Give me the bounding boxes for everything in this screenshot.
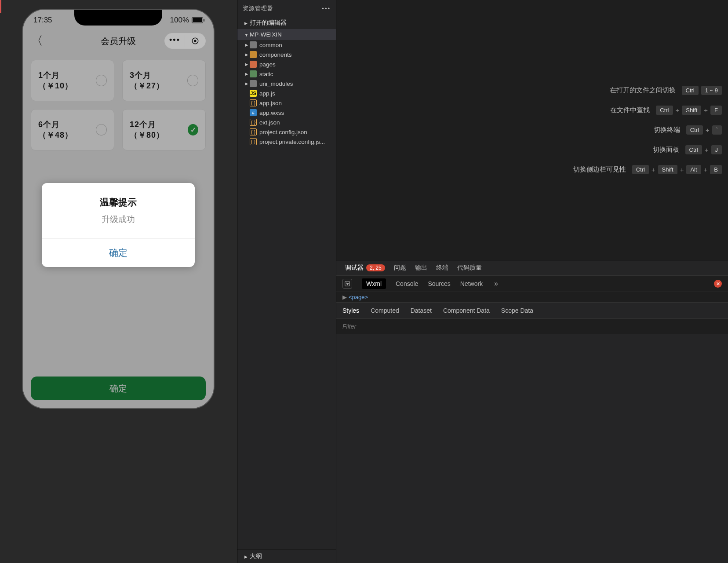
tab-component-data[interactable]: Component Data	[443, 307, 490, 314]
editor-empty-state: 在打开的文件之间切换Ctrl1 ~ 9 在文件中查找Ctrl+Shift+F 切…	[336, 0, 728, 260]
plan-label: 6个月 （￥48）	[38, 119, 96, 140]
plan-option[interactable]: 12个月 （￥80） ✓	[122, 109, 206, 150]
wxml-root-tag[interactable]: <page>	[349, 294, 368, 300]
hint-find: 在文件中查找Ctrl+Shift+F	[610, 106, 722, 115]
folder-icon	[250, 61, 257, 68]
tab-network[interactable]: Network	[460, 280, 483, 287]
explorer-title: 资源管理器	[243, 4, 273, 12]
debugger-badge: 2, 25	[366, 264, 385, 271]
status-battery: 100%	[170, 16, 203, 25]
hint-terminal: 切换终端Ctrl+`	[654, 125, 722, 135]
styles-filter-row	[336, 318, 728, 334]
file-app-js[interactable]: JSapp.js	[242, 88, 336, 98]
close-devtools-icon[interactable]: ✕	[714, 280, 722, 288]
plan-label: 3个月 （￥27）	[130, 70, 187, 91]
modal-confirm-button[interactable]: 确定	[42, 239, 195, 267]
tab-dataset[interactable]: Dataset	[411, 307, 432, 314]
radio-unchecked-icon[interactable]	[187, 75, 198, 86]
folder-icon	[250, 70, 257, 77]
more-tabs-icon[interactable]: »	[494, 280, 498, 288]
js-file-icon: JS	[250, 90, 257, 97]
radio-unchecked-icon[interactable]	[96, 124, 107, 135]
folder-components[interactable]: components	[242, 50, 336, 59]
explorer-header: 资源管理器 •••	[237, 0, 336, 17]
tab-debugger[interactable]: 调试器2, 25	[345, 264, 385, 272]
tab-computed[interactable]: Computed	[371, 307, 399, 314]
plan-option[interactable]: 1个月 （￥10）	[31, 60, 114, 101]
nav-bar: 〈 会员升级 •••	[23, 25, 214, 60]
file-tree: common components pages static uni_modul…	[237, 40, 336, 146]
phone-notch	[74, 10, 162, 26]
folder-icon	[250, 51, 257, 58]
explorer-panel: 资源管理器 ••• 打开的编辑器 MP-WEIXIN common compon…	[237, 0, 336, 563]
json-file-icon: { }	[250, 128, 257, 135]
modal-message: 升级成功	[42, 214, 195, 238]
open-editors-section[interactable]: 打开的编辑器	[237, 17, 336, 29]
app-root: 17:35 100% 〈 会员升级 ••• 1个月 （￥10）	[0, 0, 728, 563]
hint-panel: 切换面板Ctrl+J	[653, 145, 722, 154]
left-gutter-marker	[0, 0, 1, 13]
json-file-icon: { }	[250, 99, 257, 106]
hint-sidebar: 切换侧边栏可见性Ctrl+Shift+Alt+B	[573, 165, 722, 174]
file-project-config[interactable]: { }project.config.json	[242, 127, 336, 137]
simulator-panel: 17:35 100% 〈 会员升级 ••• 1个月 （￥10）	[0, 0, 237, 563]
file-app-json[interactable]: { }app.json	[242, 98, 336, 108]
file-project-private-config[interactable]: { }project.private.config.js...	[242, 137, 336, 146]
file-app-wxss[interactable]: #app.wxss	[242, 108, 336, 117]
outline-section[interactable]: 大纲	[237, 549, 336, 563]
plan-label: 12个月 （￥80）	[130, 119, 188, 140]
phone-frame: 17:35 100% 〈 会员升级 ••• 1个月 （￥10）	[22, 9, 215, 409]
json-file-icon: { }	[250, 119, 257, 126]
folder-static[interactable]: static	[242, 69, 336, 79]
wxml-tree[interactable]: ▶<page>	[336, 292, 728, 302]
modal-title: 温馨提示	[42, 183, 195, 214]
battery-text: 100%	[170, 16, 189, 25]
project-root[interactable]: MP-WEIXIN	[237, 29, 336, 40]
plan-grid: 1个月 （￥10） 3个月 （￥27） 6个月 （￥48） 12个月 （￥80）…	[23, 60, 214, 150]
radio-unchecked-icon[interactable]	[96, 75, 107, 86]
modal-dialog: 温馨提示 升级成功 确定	[42, 183, 195, 267]
battery-icon	[192, 17, 203, 23]
plan-option[interactable]: 6个月 （￥48）	[31, 109, 114, 150]
capsule: •••	[164, 33, 206, 49]
folder-icon	[250, 41, 257, 48]
tab-terminal[interactable]: 终端	[436, 264, 448, 272]
tab-quality[interactable]: 代码质量	[457, 264, 482, 272]
radio-checked-icon[interactable]: ✓	[188, 124, 198, 135]
styles-tabs: Styles Computed Dataset Component Data S…	[336, 302, 728, 318]
tab-output[interactable]: 输出	[415, 264, 427, 272]
tab-console[interactable]: Console	[396, 280, 418, 287]
folder-icon	[250, 80, 257, 87]
tab-styles[interactable]: Styles	[342, 307, 359, 314]
json-file-icon: { }	[250, 138, 257, 145]
wxss-file-icon: #	[250, 109, 257, 116]
folder-pages[interactable]: pages	[242, 59, 336, 69]
file-ext-json[interactable]: { }ext.json	[242, 117, 336, 127]
styles-body	[336, 334, 728, 563]
confirm-button[interactable]: 确定	[31, 377, 206, 400]
capsule-menu-icon[interactable]: •••	[165, 35, 185, 47]
explorer-more-icon[interactable]: •••	[322, 5, 331, 12]
tree-caret-icon[interactable]: ▶	[342, 294, 347, 300]
plan-option[interactable]: 3个月 （￥27）	[122, 60, 206, 101]
styles-filter-input[interactable]	[342, 323, 722, 330]
devtools-bottom-tabs: 调试器2, 25 问题 输出 终端 代码质量	[336, 260, 728, 275]
folder-common[interactable]: common	[242, 40, 336, 50]
element-picker-icon[interactable]	[342, 279, 352, 289]
tab-scope-data[interactable]: Scope Data	[501, 307, 533, 314]
tab-wxml[interactable]: Wxml	[362, 278, 386, 289]
svg-point-1	[194, 40, 196, 42]
status-time: 17:35	[33, 16, 52, 25]
hint-switch-files: 在打开的文件之间切换Ctrl1 ~ 9	[610, 86, 722, 95]
capsule-close-icon[interactable]	[185, 37, 205, 45]
tab-sources[interactable]: Sources	[428, 280, 450, 287]
editor-devtools: 在打开的文件之间切换Ctrl1 ~ 9 在文件中查找Ctrl+Shift+F 切…	[336, 0, 728, 563]
tab-problems[interactable]: 问题	[394, 264, 406, 272]
folder-uni-modules[interactable]: uni_modules	[242, 79, 336, 88]
plan-label: 1个月 （￥10）	[38, 70, 96, 91]
devtools-inspect-tabs: Wxml Console Sources Network » ✕	[336, 275, 728, 292]
